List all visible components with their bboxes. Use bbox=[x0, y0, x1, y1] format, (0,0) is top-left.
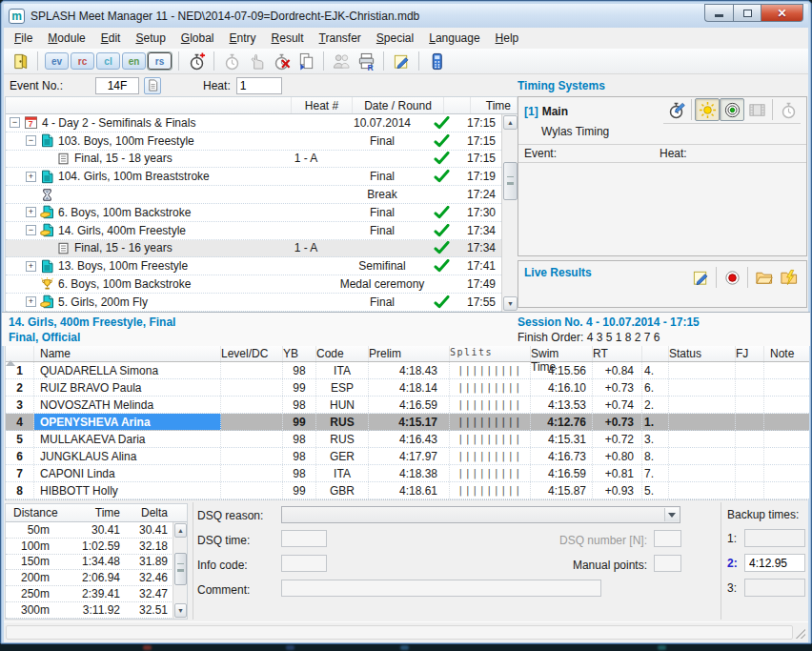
module-button-ev[interactable]: ev bbox=[45, 52, 69, 70]
results-header-name[interactable]: Name bbox=[34, 346, 221, 361]
copy-results-icon[interactable] bbox=[294, 51, 317, 71]
phone-icon[interactable] bbox=[425, 51, 448, 71]
dsq-time-input[interactable] bbox=[281, 530, 327, 547]
collapse-icon[interactable]: − bbox=[26, 225, 36, 235]
expand-icon[interactable]: + bbox=[26, 296, 36, 307]
scroll-up-icon[interactable]: ▲ bbox=[174, 523, 187, 538]
splits-row[interactable]: 300m3:11.9232.51 bbox=[6, 602, 187, 619]
schedule-header-cell[interactable]: Date / Round bbox=[353, 97, 444, 113]
schedule-row[interactable]: +6. Boys, 100m BackstrokeFinal17:30 bbox=[6, 204, 501, 222]
live-folder-flash-icon[interactable] bbox=[776, 266, 801, 289]
module-button-rs[interactable]: rs bbox=[148, 52, 172, 70]
results-header-splits[interactable]: Splits bbox=[450, 346, 531, 361]
minimize-button[interactable] bbox=[704, 4, 733, 22]
schedule-header-cell[interactable]: Heat # bbox=[292, 97, 353, 113]
schedule-scrollbar[interactable]: ▲ ▼ bbox=[501, 114, 518, 312]
schedule-row[interactable]: +13. Boys, 100m FreestyleSemifinal17:41 bbox=[6, 257, 501, 275]
menu-setup[interactable]: Setup bbox=[128, 29, 173, 49]
schedule-header-cell[interactable]: Time bbox=[471, 97, 518, 113]
menu-transfer[interactable]: Transfer bbox=[312, 29, 369, 49]
result-row-lane-6[interactable]: 6JUNGKLAUS Alina98GER4:17.97|||||||||4:1… bbox=[6, 448, 809, 465]
edit-note-icon[interactable] bbox=[390, 51, 413, 71]
results-header-note[interactable]: Note bbox=[764, 346, 809, 361]
splits-scrollbar[interactable]: ▲ ▼ bbox=[173, 522, 187, 619]
backup-time-input-2[interactable] bbox=[744, 554, 805, 572]
maximize-button[interactable] bbox=[733, 4, 761, 22]
schedule-header-cell[interactable] bbox=[444, 97, 471, 113]
results-header-prelim[interactable]: Prelim bbox=[369, 346, 450, 361]
live-folder-open-icon[interactable] bbox=[751, 266, 776, 289]
scroll-up-icon[interactable]: ▲ bbox=[503, 115, 518, 130]
print-results-icon[interactable]: R bbox=[355, 51, 377, 71]
result-row-lane-8[interactable]: 8HIBBOTT Holly99GBR4:18.61|||||||||4:15.… bbox=[6, 482, 809, 499]
schedule-row[interactable]: Final, 15 - 18 years1 - A17:15 bbox=[6, 151, 501, 169]
results-header-col-[interactable] bbox=[6, 346, 34, 361]
comment-input[interactable] bbox=[281, 580, 601, 597]
module-button-en[interactable]: en bbox=[122, 52, 146, 70]
results-header-status[interactable]: Status bbox=[669, 346, 736, 361]
expand-icon[interactable]: + bbox=[26, 261, 36, 272]
exit-icon[interactable] bbox=[9, 51, 31, 71]
splits-header-time[interactable]: Time bbox=[63, 506, 128, 521]
schedule-row[interactable]: −74 - Day 2 - Semifinals & Finals10.07.2… bbox=[6, 114, 501, 132]
dsq-reason-select[interactable] bbox=[281, 506, 680, 523]
event-no-input[interactable] bbox=[95, 77, 139, 94]
menu-result[interactable]: Result bbox=[264, 29, 312, 49]
splits-row[interactable]: 100m1:02.5932.18 bbox=[6, 539, 187, 555]
results-header-level-dc[interactable]: Level/DC bbox=[221, 346, 283, 361]
splits-row[interactable]: 50m30.4130.41 bbox=[6, 522, 187, 539]
menu-entry[interactable]: Entry bbox=[222, 29, 264, 49]
splits-row[interactable]: 250m2:39.4132.47 bbox=[6, 586, 187, 602]
event-list-button[interactable] bbox=[144, 77, 161, 94]
timing-monitor-icon[interactable] bbox=[720, 98, 744, 121]
results-header-swim-time[interactable]: Swim Time bbox=[531, 346, 593, 361]
collapse-icon[interactable]: − bbox=[10, 117, 20, 128]
dsq-number-input[interactable] bbox=[654, 530, 681, 547]
scroll-down-icon[interactable]: ▼ bbox=[174, 603, 187, 618]
live-record-icon[interactable] bbox=[720, 266, 744, 289]
menu-global[interactable]: Global bbox=[173, 29, 222, 49]
scroll-thumb[interactable] bbox=[503, 162, 518, 200]
schedule-row[interactable]: +5. Girls, 200m FlyFinal17:55 bbox=[6, 294, 501, 312]
backup-time-input-1[interactable] bbox=[744, 529, 805, 547]
close-button[interactable]: ✕ bbox=[761, 4, 803, 22]
timing-online-icon[interactable] bbox=[695, 98, 720, 121]
manual-points-input[interactable] bbox=[654, 555, 681, 572]
title-bar[interactable]: m SPLASH Meet Manager 11 - NED\2014-07-0… bbox=[4, 4, 808, 28]
menu-special[interactable]: Special bbox=[369, 29, 421, 49]
results-header-rt[interactable]: RT bbox=[593, 346, 642, 361]
resize-grip[interactable] bbox=[796, 629, 805, 639]
module-button-rc[interactable]: rc bbox=[71, 52, 94, 70]
results-header-fj[interactable]: FJ bbox=[736, 346, 764, 361]
splits-row[interactable]: 200m2:06.9432.46 bbox=[6, 570, 187, 586]
timing-setup-icon[interactable] bbox=[663, 98, 688, 121]
expand-icon[interactable]: + bbox=[26, 207, 36, 217]
live-edit-icon[interactable] bbox=[688, 266, 713, 289]
delete-times-icon[interactable] bbox=[270, 51, 293, 71]
menu-module[interactable]: Module bbox=[40, 29, 92, 49]
result-row-lane-1[interactable]: 1QUADARELLA Simona98ITA4:18.43|||||||||4… bbox=[6, 362, 809, 379]
schedule-row[interactable]: −103. Boys, 100m FreestyleFinal17:15 bbox=[6, 132, 501, 151]
schedule-row[interactable]: −14. Girls, 400m FreestyleFinal17:34 bbox=[6, 222, 501, 240]
result-row-lane-4[interactable]: 4OPENYSHEVA Arina99RUS4:15.17|||||||||4:… bbox=[6, 414, 809, 431]
results-header-yb[interactable]: YB bbox=[283, 346, 316, 361]
scroll-thumb[interactable] bbox=[174, 553, 187, 585]
menu-file[interactable]: File bbox=[7, 29, 40, 49]
dropdown-arrow-icon[interactable] bbox=[664, 508, 679, 521]
menu-help[interactable]: Help bbox=[488, 29, 527, 49]
scroll-down-icon[interactable]: ▼ bbox=[503, 296, 518, 311]
results-header-col-[interactable] bbox=[642, 346, 669, 361]
info-code-input[interactable] bbox=[281, 555, 327, 572]
schedule-row[interactable]: +104. Girls, 100m BreaststrokeFinal17:19 bbox=[6, 168, 501, 186]
schedule-row[interactable]: Break17:24 bbox=[6, 186, 501, 204]
menu-edit[interactable]: Edit bbox=[93, 29, 129, 49]
splits-header-distance[interactable]: Distance bbox=[6, 506, 63, 521]
schedule-row[interactable]: Final, 15 - 16 years1 - A17:34 bbox=[6, 240, 501, 258]
splits-header-delta[interactable]: Delta bbox=[128, 506, 173, 521]
result-row-lane-3[interactable]: 3NOVOSZATH Melinda98HUN4:16.59|||||||||4… bbox=[6, 397, 809, 414]
collapse-icon[interactable]: − bbox=[26, 135, 36, 146]
module-button-cl[interactable]: cl bbox=[96, 52, 120, 70]
schedule-row[interactable]: 6. Boys, 100m BackstrokeMedal ceremony17… bbox=[6, 275, 501, 294]
heat-input[interactable] bbox=[236, 77, 282, 94]
backup-time-input-3[interactable] bbox=[744, 579, 805, 597]
